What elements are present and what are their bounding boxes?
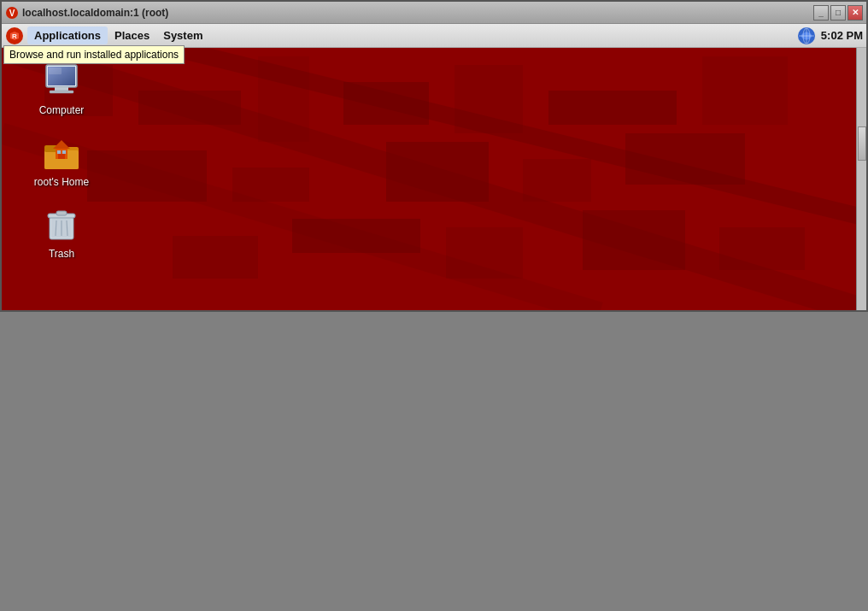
svg-text:R: R xyxy=(12,32,17,40)
titlebar-left: V localhost.localdomain:1 (root) xyxy=(5,6,168,20)
menubar: R Applications Places System 5:02 PM xyxy=(2,24,866,48)
places-menu[interactable]: Places xyxy=(108,26,156,44)
svg-rect-40 xyxy=(58,154,65,159)
rhel-logo-icon: R xyxy=(5,26,24,45)
svg-rect-33 xyxy=(50,91,73,93)
svg-rect-41 xyxy=(57,150,61,154)
window-icon: V xyxy=(5,6,19,20)
window-title: localhost.localdomain:1 (root) xyxy=(22,7,168,19)
svg-rect-32 xyxy=(55,87,68,91)
scrollbar-thumb[interactable] xyxy=(858,126,866,161)
computer-label: Computer xyxy=(39,104,85,116)
main-window: V localhost.localdomain:1 (root) _ □ ✕ R… xyxy=(0,0,868,312)
roots-home-icon-item[interactable]: root's Home xyxy=(27,128,96,191)
computer-icon-item[interactable]: Computer xyxy=(27,56,96,120)
network-icon xyxy=(797,26,816,45)
svg-marker-38 xyxy=(53,140,70,149)
desktop: Computer root's Home xyxy=(2,48,866,310)
gray-area xyxy=(0,312,868,611)
applications-tooltip: Browse and run installed applications xyxy=(3,45,185,64)
trash-label: Trash xyxy=(49,248,74,260)
svg-rect-42 xyxy=(62,150,66,154)
clock: 5:02 PM xyxy=(821,29,863,42)
applications-menu[interactable]: Applications xyxy=(27,26,108,44)
svg-rect-15 xyxy=(702,56,788,125)
maximize-button[interactable]: □ xyxy=(830,5,846,21)
desktop-background xyxy=(2,48,866,310)
titlebar-buttons: _ □ ✕ xyxy=(813,5,863,21)
titlebar: V localhost.localdomain:1 (root) _ □ ✕ xyxy=(2,2,866,24)
trash-icon xyxy=(41,203,82,244)
menubar-right: 5:02 PM xyxy=(797,26,863,45)
svg-rect-46 xyxy=(56,211,67,215)
svg-rect-19 xyxy=(523,159,591,202)
close-button[interactable]: ✕ xyxy=(847,5,863,21)
minimize-button[interactable]: _ xyxy=(813,5,829,21)
home-icon xyxy=(41,132,82,173)
svg-text:V: V xyxy=(9,9,15,18)
svg-rect-14 xyxy=(548,91,677,125)
trash-icon-item[interactable]: Trash xyxy=(27,200,96,263)
system-menu[interactable]: System xyxy=(156,26,209,44)
computer-icon xyxy=(41,60,82,101)
svg-rect-34 xyxy=(49,68,62,74)
svg-rect-21 xyxy=(173,236,258,279)
scrollbar-track[interactable] xyxy=(856,48,866,310)
desktop-icons: Computer root's Home xyxy=(27,56,96,263)
roots-home-label: root's Home xyxy=(34,176,89,188)
